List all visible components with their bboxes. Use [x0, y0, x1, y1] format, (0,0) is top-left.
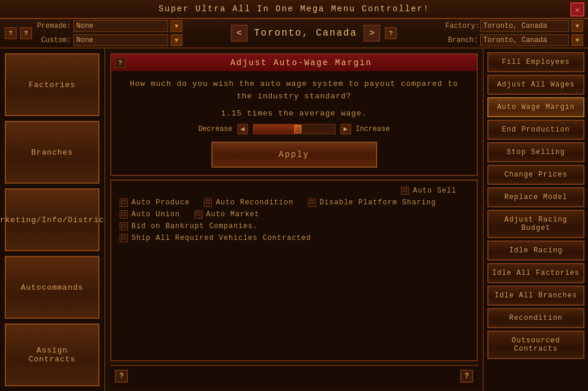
slider-decrease-button[interactable]: ◀ — [237, 124, 248, 134]
help-button-1[interactable]: ? — [5, 27, 17, 39]
auto-produce-label: Auto Produce — [131, 198, 189, 207]
footer-help-right[interactable]: ? — [460, 370, 473, 383]
auto-recondition-label: Auto Recondition — [216, 198, 293, 207]
content-body: How much do you wish the auto wage syste… — [111, 71, 477, 175]
auto-union-label: Auto Union — [131, 210, 180, 219]
footer: ? ? — [110, 365, 478, 386]
window-title: Super Ultra All In One Mega Menu Control… — [159, 4, 430, 14]
content-help-button[interactable]: ? — [115, 57, 126, 68]
main-content-box: ? Adjust Auto-Wage Margin How much do yo… — [110, 53, 478, 176]
right-btn-outsourced-contracts[interactable]: Outsourced Contracts — [487, 331, 584, 359]
custom-label: Custom: — [36, 36, 71, 44]
bid-bankrupt-item: □ Bid on Bankrupt Companies. — [120, 222, 258, 230]
branch-dropdown[interactable]: Toronto, Canada — [480, 34, 569, 46]
right-btn-adjust-all-wages[interactable]: Adjust All Wages — [487, 75, 584, 95]
auto-market-item: □ Auto Market — [194, 210, 259, 219]
premade-row: Premade: None ▼ — [36, 20, 182, 32]
ship-vehicles-item: □ Ship All Required Vehicles Contracted — [120, 234, 311, 242]
prev-button[interactable]: < — [231, 25, 248, 41]
auto-sell-checkbox[interactable]: □ — [401, 187, 409, 195]
branch-row: Branch: Toronto, Canada ▼ — [445, 34, 583, 46]
footer-help-left[interactable]: ? — [115, 370, 128, 383]
ship-vehicles-checkbox[interactable]: □ — [120, 234, 128, 242]
premade-dropdown[interactable]: None — [73, 20, 168, 32]
bid-bankrupt-row: □ Bid on Bankrupt Companies. — [120, 222, 468, 230]
right-btn-fill-employees[interactable]: Fill Employees — [487, 52, 584, 72]
branch-label: Branch: — [445, 36, 478, 44]
sidebar-item-factories[interactable]: Factories — [5, 53, 99, 116]
branch-arrow[interactable]: ▼ — [571, 34, 583, 46]
top-bar: ? ? Premade: None ▼ Custom: None ▼ < Tor… — [0, 19, 588, 49]
right-btn-idle-all-factories[interactable]: Idle All Factories — [487, 263, 584, 283]
auto-union-row: □ Auto Union □ Auto Market — [120, 210, 468, 219]
auto-recondition-checkbox[interactable]: □ — [204, 198, 212, 207]
premade-arrow[interactable]: ▼ — [171, 20, 182, 32]
right-btn-stop-selling[interactable]: Stop Selling — [487, 142, 584, 162]
auto-market-label: Auto Market — [206, 210, 259, 219]
checkbox-icon: □ — [121, 199, 126, 206]
auto-sell-label: Auto Sell — [413, 187, 457, 195]
right-btn-replace-model[interactable]: Replace Model — [487, 187, 584, 207]
custom-arrow[interactable]: ▼ — [171, 34, 182, 46]
checkbox-icon: □ — [310, 199, 314, 206]
premade-label: Premade: — [36, 22, 71, 30]
slider-track[interactable] — [253, 124, 336, 134]
right-btn-adjust-racing-budget[interactable]: Adjust Racing Budget — [487, 210, 584, 238]
auto-produce-item: □ Auto Produce — [120, 198, 189, 207]
nav-center: < Toronto, Canada > ? — [186, 25, 442, 41]
right-btn-idle-all-branches[interactable]: Idle All Branches — [487, 286, 584, 306]
checkbox-icon: □ — [403, 187, 407, 194]
auto-market-checkbox[interactable]: □ — [194, 210, 203, 219]
sidebar-item-marketing[interactable]: Marketing/Info/Districts — [5, 188, 99, 251]
bid-bankrupt-checkbox[interactable]: □ — [120, 222, 128, 230]
left-sidebar: Factories Branches Marketing/Info/Distri… — [0, 49, 105, 391]
apply-button[interactable]: Apply — [211, 142, 377, 168]
title-bar: Super Ultra All In One Mega Menu Control… — [0, 0, 588, 19]
sidebar-item-autocommands[interactable]: Autocommands — [5, 256, 99, 319]
factory-label: Factory: — [445, 22, 478, 30]
ship-vehicles-row: □ Ship All Required Vehicles Contracted — [120, 234, 468, 242]
auto-union-item: □ Auto Union — [120, 210, 180, 219]
disable-platform-checkbox[interactable]: □ — [308, 198, 316, 207]
auto-produce-row: □ Auto Produce □ Auto Recondition □ Disa… — [120, 198, 468, 207]
right-btn-change-prices[interactable]: Change Prices — [487, 165, 584, 185]
factory-branch-section: Factory: Toronto, Canada ▼ Branch: Toron… — [445, 20, 583, 46]
checkbox-icon: □ — [121, 235, 126, 241]
auto-produce-checkbox[interactable]: □ — [120, 198, 128, 207]
checkbox-icon: □ — [121, 223, 126, 229]
custom-dropdown[interactable]: None — [73, 34, 168, 46]
right-btn-recondition[interactable]: Recondition — [487, 308, 584, 328]
right-btn-auto-wage-margin[interactable]: Auto Wage Margin — [487, 97, 584, 117]
right-btn-end-production[interactable]: End Production — [487, 120, 584, 140]
content-title: Adjust Auto-Wage Margin — [129, 58, 473, 68]
auto-union-checkbox[interactable]: □ — [120, 210, 128, 219]
content-title-bar: ? Adjust Auto-Wage Margin — [111, 55, 477, 71]
center-panel: ? Adjust Auto-Wage Margin How much do yo… — [105, 49, 483, 391]
disable-platform-item: □ Disable Platform Sharing — [308, 198, 436, 207]
bid-bankrupt-label: Bid on Bankrupt Companies. — [131, 222, 258, 230]
slider-fill — [253, 124, 298, 134]
slider-increase-button[interactable]: ▶ — [340, 124, 351, 134]
location-name: Toronto, Canada — [252, 28, 359, 39]
factory-row: Factory: Toronto, Canada ▼ — [445, 20, 583, 32]
factory-arrow[interactable]: ▼ — [571, 20, 583, 32]
slider-thumb[interactable] — [294, 125, 301, 133]
close-button[interactable]: ✕ — [570, 2, 584, 17]
checkbox-icon: □ — [197, 211, 201, 217]
ship-vehicles-label: Ship All Required Vehicles Contracted — [131, 234, 311, 242]
right-sidebar: Fill Employees Adjust All Wages Auto Wag… — [483, 49, 588, 391]
factory-dropdown[interactable]: Toronto, Canada — [480, 20, 569, 32]
sidebar-item-assigncontracts[interactable]: Assign Contracts — [5, 323, 99, 386]
help-button-2[interactable]: ? — [20, 27, 32, 39]
next-button[interactable]: > — [364, 25, 380, 41]
bottom-panel: □ Auto Sell □ Auto Produce □ Aut — [110, 180, 478, 361]
sidebar-item-branches[interactable]: Branches — [5, 121, 99, 184]
decrease-label: Decrease — [198, 125, 233, 133]
location-help-button[interactable]: ? — [385, 27, 397, 39]
slider-row: Decrease ◀ ▶ Increase — [121, 124, 467, 134]
checkbox-icon: □ — [121, 211, 126, 217]
premade-custom-dropdowns: Premade: None ▼ Custom: None ▼ — [36, 20, 182, 46]
right-btn-idle-racing[interactable]: Idle Racing — [487, 241, 584, 261]
auto-sell-item: □ Auto Sell — [401, 187, 457, 195]
main-layout: Factories Branches Marketing/Info/Distri… — [0, 49, 588, 391]
